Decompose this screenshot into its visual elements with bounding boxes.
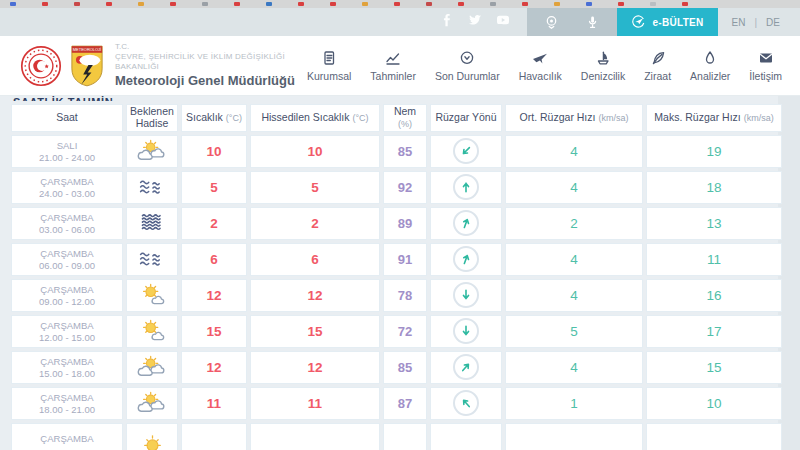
nav-item-denizcilik[interactable]: Denizcilik bbox=[581, 50, 625, 82]
wind-direction-cell bbox=[430, 279, 502, 312]
bookmark-favicon[interactable] bbox=[202, 2, 208, 6]
avg-wind-speed-value: 5 bbox=[570, 324, 578, 339]
feels-like-value: 12 bbox=[307, 288, 322, 303]
humidity-value-cell: 85 bbox=[383, 351, 427, 384]
bookmark-favicon[interactable] bbox=[74, 2, 80, 6]
bookmark-favicon[interactable] bbox=[138, 2, 144, 6]
max-wind-speed-value-cell: 16 bbox=[646, 279, 782, 312]
max-wind-speed-value: 17 bbox=[706, 324, 721, 339]
bookmark-favicon[interactable] bbox=[362, 2, 368, 6]
temperature-value: 11 bbox=[207, 396, 221, 411]
nav-item-iletisim[interactable]: İletişim bbox=[749, 50, 782, 82]
column-header-label: Saat bbox=[56, 111, 78, 123]
humidity-value-cell: 91 bbox=[383, 243, 427, 276]
max-wind-speed-value-cell: 18 bbox=[646, 171, 782, 204]
ship-icon bbox=[595, 50, 611, 66]
weather-fog-icon bbox=[129, 175, 175, 199]
time-range-label: 21.00 - 24.00 bbox=[14, 152, 120, 163]
saat-cell: ÇARŞAMBA12.00 - 15.00 bbox=[11, 315, 123, 348]
bookmark-favicon[interactable] bbox=[586, 2, 592, 6]
nav-item-tahminler[interactable]: Tahminler bbox=[370, 50, 416, 82]
bookmark-favicon[interactable] bbox=[618, 2, 624, 6]
feels-like-value: 12 bbox=[307, 360, 322, 375]
leaf-icon bbox=[650, 50, 666, 66]
nav-item-kurumsal[interactable]: Kurumsal bbox=[307, 50, 351, 82]
avg-wind-speed-value: 4 bbox=[570, 180, 578, 195]
bookmark-favicon[interactable] bbox=[458, 2, 464, 6]
bookmark-favicon[interactable] bbox=[330, 2, 336, 6]
max-wind-speed-value-cell: 13 bbox=[646, 207, 782, 240]
webcam-button[interactable] bbox=[544, 15, 559, 30]
saat-cell: ÇARŞAMBA03.00 - 06.00 bbox=[11, 207, 123, 240]
temperature-value: 2 bbox=[210, 216, 218, 231]
weather-cell bbox=[126, 135, 178, 168]
table-row: ÇARŞAMBA09.00 - 12.00121278416 bbox=[11, 279, 782, 312]
nav-item-son-durumlar[interactable]: Son Durumlar bbox=[435, 50, 500, 82]
bookmark-favicon[interactable] bbox=[234, 2, 240, 6]
twitter-link[interactable] bbox=[461, 8, 489, 36]
day-label: ÇARŞAMBA bbox=[14, 176, 120, 187]
nav-item-havacilik[interactable]: Havacılık bbox=[519, 50, 562, 82]
weather-cell bbox=[126, 279, 178, 312]
brand-ministry: ÇEVRE, ŞEHİRCİLİK VE İKLİM DEĞİŞİKLİĞİ B… bbox=[115, 52, 307, 72]
feels-like-value-cell bbox=[250, 423, 380, 450]
bookmark-favicon[interactable] bbox=[554, 2, 560, 6]
avg-wind-speed-value-cell: 2 bbox=[505, 207, 643, 240]
bookmark-favicon[interactable] bbox=[170, 2, 176, 6]
nav-item-analizler[interactable]: Analizler bbox=[690, 50, 730, 82]
temperature-value: 10 bbox=[206, 144, 221, 159]
table-row: ÇARŞAMBA18.00 - 21.00111187110 bbox=[11, 387, 782, 420]
max-wind-speed-value-cell: 10 bbox=[646, 387, 782, 420]
day-label: ÇARŞAMBA bbox=[14, 356, 120, 367]
feels-like-value-cell: 2 bbox=[250, 207, 380, 240]
microphone-button[interactable] bbox=[585, 15, 600, 30]
column-header-label: Nem bbox=[394, 105, 416, 117]
temperature-value-cell: 12 bbox=[181, 351, 247, 384]
weather-sun-icon bbox=[129, 427, 175, 450]
time-range-label: 09.00 - 12.00 bbox=[14, 296, 120, 307]
nav-label: Son Durumlar bbox=[435, 70, 500, 82]
nav-item-ziraat[interactable]: Ziraat bbox=[644, 50, 671, 82]
temperature-value-cell: 12 bbox=[181, 279, 247, 312]
facebook-link[interactable] bbox=[433, 8, 461, 36]
avg-wind-speed-value-cell: 5 bbox=[505, 315, 643, 348]
bookmark-favicon[interactable] bbox=[682, 2, 688, 6]
bookmark-favicon[interactable] bbox=[106, 2, 112, 6]
weather-sun-small-cloud-icon bbox=[129, 283, 175, 307]
lang-de[interactable]: DE bbox=[766, 17, 780, 28]
saat-cell: SALI21.00 - 24.00 bbox=[11, 135, 123, 168]
bookmark-favicon[interactable] bbox=[650, 2, 656, 6]
bookmark-favicon[interactable] bbox=[298, 2, 304, 6]
humidity-value: 85 bbox=[398, 360, 412, 375]
temperature-value: 12 bbox=[206, 288, 221, 303]
paper-plane-icon bbox=[631, 14, 646, 31]
bookmark-favicon[interactable] bbox=[266, 2, 272, 6]
lang-en[interactable]: EN bbox=[732, 17, 746, 28]
bookmark-favicon[interactable] bbox=[490, 2, 496, 6]
feels-like-value: 6 bbox=[311, 252, 319, 267]
avg-wind-speed-value-cell: 4 bbox=[505, 243, 643, 276]
bookmark-favicon[interactable] bbox=[394, 2, 400, 6]
hourly-forecast-table: SaatBeklenen HadiseSıcaklık (°C)Hissedil… bbox=[8, 101, 785, 450]
feels-like-value-cell: 11 bbox=[250, 387, 380, 420]
bookmark-favicon[interactable] bbox=[522, 2, 528, 6]
plane-icon bbox=[532, 50, 548, 66]
avg-wind-speed-value-cell bbox=[505, 423, 643, 450]
time-range-label: 15.00 - 18.00 bbox=[14, 368, 120, 379]
humidity-value-cell: 85 bbox=[383, 135, 427, 168]
bookmark-favicon[interactable] bbox=[426, 2, 432, 6]
column-header: Hissedilen Sıcaklık (°C) bbox=[250, 104, 380, 132]
column-header-label: Beklenen Hadise bbox=[130, 105, 174, 129]
weather-cell bbox=[126, 207, 178, 240]
temperature-value-cell: 10 bbox=[181, 135, 247, 168]
bookmark-favicon[interactable] bbox=[10, 2, 16, 6]
avg-wind-speed-value: 4 bbox=[570, 252, 578, 267]
time-range-label: 24.00 - 03.00 bbox=[14, 188, 120, 199]
e-bulten-button[interactable]: e-BÜLTEN bbox=[617, 8, 717, 36]
bookmark-favicon[interactable] bbox=[42, 2, 48, 6]
column-header: Rüzgar Yönü bbox=[430, 104, 502, 132]
weather-cell bbox=[126, 243, 178, 276]
nav-label: Tahminler bbox=[370, 70, 416, 82]
youtube-link[interactable] bbox=[489, 8, 517, 36]
max-wind-speed-value: 11 bbox=[707, 252, 721, 267]
